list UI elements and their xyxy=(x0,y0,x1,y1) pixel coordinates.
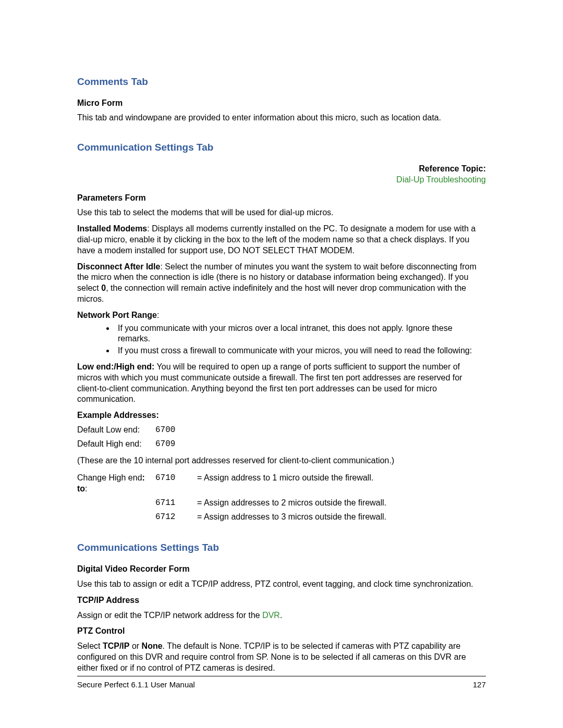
section-comments: Comments Tab Micro Form This tab and win… xyxy=(77,76,486,124)
subheading-dvr-form: Digital Video Recorder Form xyxy=(77,564,486,575)
heading-communications-settings-tab: Communications Settings Tab xyxy=(77,541,486,554)
label-low-high-end: Low end:/High end: xyxy=(77,362,154,371)
text-installed-modems: Installed Modems: Displays all modems cu… xyxy=(77,224,486,256)
heading-communication-settings-tab: Communication Settings Tab xyxy=(77,141,486,154)
label-zero: 0 xyxy=(101,283,106,292)
text-tcpip-body-c: . xyxy=(280,611,282,620)
cell-default-high-label: Default High end: xyxy=(77,437,155,451)
text-dvr-intro: Use this tab to assign or edit a TCP/IP … xyxy=(77,579,486,590)
table-row: Change High end: to: 6710 = Assign addre… xyxy=(77,471,386,496)
text-params-intro: Use this tab to select the modems that w… xyxy=(77,207,486,218)
cell-desc-6710: = Assign address to 1 micro outside the … xyxy=(197,471,386,496)
text-ptz-body: Select TCP/IP or None. The default is No… xyxy=(77,641,486,673)
label-installed-modems: Installed Modems xyxy=(77,224,147,233)
text-low-high-end: Low end:/High end: You will be required … xyxy=(77,362,486,405)
footer-divider xyxy=(77,676,486,676)
label-nprange-colon: : xyxy=(157,311,159,319)
table-change-high-end: Change High end: to: 6710 = Assign addre… xyxy=(77,471,386,524)
label-network-port-range-line: Network Port Range: xyxy=(77,310,486,321)
page: Comments Tab Micro Form This tab and win… xyxy=(0,0,563,728)
link-dial-up-troubleshooting[interactable]: Dial-Up Troubleshooting xyxy=(77,175,486,186)
section-communication-settings: Communication Settings Tab Reference Top… xyxy=(77,141,486,524)
table-row: Default Low end: 6700 xyxy=(77,423,197,437)
heading-comments-tab: Comments Tab xyxy=(77,76,486,89)
subheading-example-addresses: Example Addresses: xyxy=(77,410,486,421)
footer-title: Secure Perfect 6.1.1 User Manual xyxy=(77,680,195,690)
cell-port-6712: 6712 xyxy=(155,510,197,524)
text-tcpip-body-a: Assign or edit the TCP/IP network addres… xyxy=(77,611,262,620)
section-communications-settings: Communications Settings Tab Digital Vide… xyxy=(77,541,486,673)
cell-default-low-port: 6700 xyxy=(155,423,197,437)
table-row: 6712 = Assign addresses to 3 micros outs… xyxy=(77,510,386,524)
cell-desc-6711: = Assign addresses to 2 micros outside t… xyxy=(197,496,386,510)
text-internal-ports-note: (These are the 10 internal port addresse… xyxy=(77,455,486,466)
subheading-tcpip-address: TCP/IP Address xyxy=(77,595,486,606)
label-disconnect-after-idle: Disconnect After Idle xyxy=(77,262,160,271)
list-item: If you communicate with your micros over… xyxy=(115,323,486,345)
text-micro-form-body: This tab and windowpane are provided to … xyxy=(77,113,486,124)
cell-change-high-label: Change High end: to: xyxy=(77,471,155,496)
table-row: 6711 = Assign addresses to 2 micros outs… xyxy=(77,496,386,510)
subheading-parameters-form: Parameters Form xyxy=(77,193,486,204)
cell-default-low-label: Default Low end: xyxy=(77,423,155,437)
table-default-ports: Default Low end: 6700 Default High end: … xyxy=(77,423,197,451)
subheading-ptz-control: PTZ Control xyxy=(77,626,486,637)
text-disconnect-after-idle: Disconnect After Idle: Select the number… xyxy=(77,262,486,305)
table-row: Default High end: 6709 xyxy=(77,437,197,451)
cell-default-high-port: 6709 xyxy=(155,437,197,451)
text-disconnect-body-b: , the connection will remain active inde… xyxy=(77,283,466,303)
reference-topic-label: Reference Topic: xyxy=(77,164,486,175)
label-network-port-range: Network Port Range xyxy=(77,311,157,319)
page-footer: Secure Perfect 6.1.1 User Manual 127 xyxy=(77,676,486,690)
footer-page-number: 127 xyxy=(473,680,486,690)
cell-desc-6712: = Assign addresses to 3 micros outside t… xyxy=(197,510,386,524)
list-network-port-range: If you communicate with your micros over… xyxy=(77,323,486,356)
link-dvr[interactable]: DVR xyxy=(262,611,280,620)
cell-port-6710: 6710 xyxy=(155,471,197,496)
list-item: If you must cross a firewall to communic… xyxy=(115,346,486,356)
cell-port-6711: 6711 xyxy=(155,496,197,510)
text-tcpip-body: Assign or edit the TCP/IP network addres… xyxy=(77,610,486,621)
reference-topic-block: Reference Topic: Dial-Up Troubleshooting xyxy=(77,164,486,186)
subheading-micro-form: Micro Form xyxy=(77,98,486,109)
